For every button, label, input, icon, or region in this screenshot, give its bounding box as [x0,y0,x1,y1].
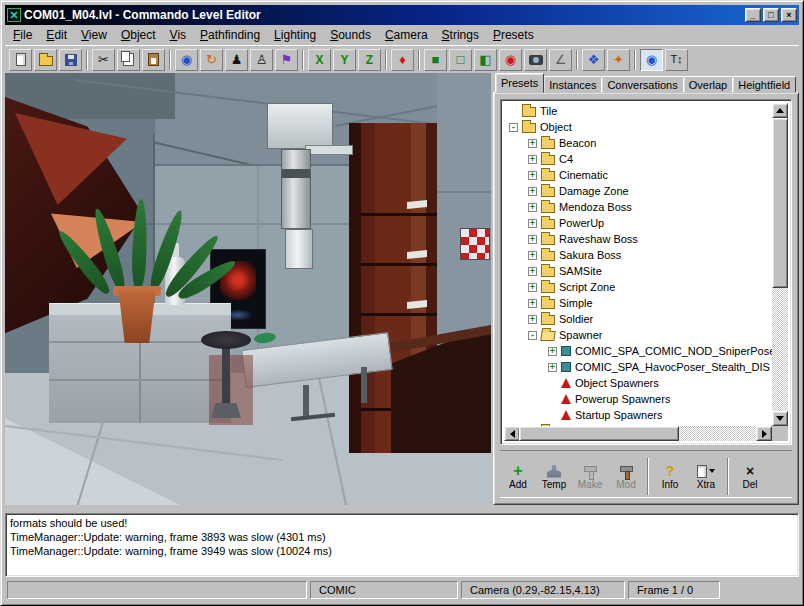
mod-button[interactable]: Mod [608,455,644,498]
tree-item-script-zone[interactable]: +Script Zone [504,279,772,295]
tree-item-simple[interactable]: +Simple [504,295,772,311]
tree-item-raveshaw-boss[interactable]: +Raveshaw Boss [504,231,772,247]
expand-toggle-icon[interactable]: + [528,251,537,260]
tree-item-sakura-boss[interactable]: +Sakura Boss [504,247,772,263]
waypoint-button[interactable]: ⚑ [275,49,298,71]
tree-item-startup-spawners[interactable]: Startup Spawners [504,407,772,423]
expand-toggle-icon[interactable]: + [528,235,537,244]
xtra-button[interactable]: Xtra [688,455,724,498]
horizontal-scrollbar[interactable] [504,426,772,441]
expand-toggle-icon[interactable]: + [528,171,537,180]
tree-item-cinematic[interactable]: +Cinematic [504,167,772,183]
tree-item-c4[interactable]: +C4 [504,151,772,167]
expand-toggle-icon[interactable]: + [528,283,537,292]
rotate-mode-button[interactable]: ↻ [200,49,223,71]
walk-mode-button[interactable]: ♟ [225,49,248,71]
expand-toggle-icon[interactable]: + [528,299,537,308]
axis-x-button[interactable]: X [308,49,331,71]
visibility-button[interactable]: ◉ [640,49,663,71]
tree-item-object-spawners[interactable]: Object Spawners [504,375,772,391]
tab-presets[interactable]: Presets [495,73,544,93]
view-mode-button[interactable]: ◉ [175,49,198,71]
expand-toggle-icon[interactable] [548,379,557,388]
open-button[interactable] [34,49,57,71]
horizontal-scroll-thumb[interactable] [519,426,679,441]
preset-tree[interactable]: Tile -Object +Beacon +C4 +Cinematic +Dam… [500,99,792,445]
info-button[interactable]: ? Info [652,455,688,498]
del-button[interactable]: × Del [732,455,768,498]
rotate-marker-button[interactable]: ♦ [391,49,414,71]
expand-toggle-icon[interactable]: + [548,363,557,372]
textured-cube-button[interactable]: ◧ [474,49,497,71]
expand-toggle-icon[interactable]: + [548,347,557,356]
expand-toggle-icon[interactable]: + [528,315,537,324]
save-button[interactable] [59,49,82,71]
menu-vis[interactable]: Vis [163,26,193,44]
axis-y-button[interactable]: Y [333,49,356,71]
maximize-button[interactable]: □ [763,8,779,22]
menu-sounds[interactable]: Sounds [323,26,378,44]
expand-toggle-icon[interactable] [548,411,557,420]
scroll-down-button[interactable] [772,411,788,426]
vertical-scrollbar[interactable] [772,103,788,426]
3d-viewport[interactable] [5,73,491,505]
expand-toggle-icon[interactable] [509,107,518,116]
character-button[interactable]: ♙ [250,49,273,71]
text-tool-button[interactable]: T↕ [665,49,688,71]
make-button[interactable]: Make [572,455,608,498]
axis-z-button[interactable]: Z [358,49,381,71]
scroll-left-button[interactable] [504,426,520,441]
target-button[interactable]: ◉ [499,49,522,71]
tree-item-beacon[interactable]: +Beacon [504,135,772,151]
expand-toggle-icon[interactable]: + [528,219,537,228]
temp-button[interactable]: Temp [536,455,572,498]
expand-toggle-icon[interactable] [548,395,557,404]
menu-view[interactable]: View [74,26,114,44]
expand-toggle-icon[interactable]: + [528,203,537,212]
menu-camera[interactable]: Camera [378,26,435,44]
tab-conversations[interactable]: Conversations [601,76,683,93]
objects-group-button[interactable]: ❖ [582,49,605,71]
expand-toggle-icon[interactable]: - [528,331,537,340]
tree-item-tile[interactable]: Tile [504,103,772,119]
menu-file[interactable]: File [6,26,39,44]
expand-toggle-icon[interactable]: + [528,267,537,276]
tree-item-object[interactable]: -Object [504,119,772,135]
menu-pathfinding[interactable]: Pathfinding [193,26,267,44]
camera-button[interactable] [524,49,547,71]
tree-item-powerup-spawners[interactable]: Powerup Spawners [504,391,772,407]
add-button[interactable]: + Add [500,455,536,498]
close-button[interactable]: × [781,8,797,22]
menu-lighting[interactable]: Lighting [267,26,323,44]
new-button[interactable] [9,49,32,71]
splitter[interactable] [5,505,799,513]
solid-cube-button[interactable]: ■ [424,49,447,71]
angle-tool-button[interactable]: ∠ [549,49,572,71]
effects-group-button[interactable]: ✦ [607,49,630,71]
tab-overlap[interactable]: Overlap [683,76,734,93]
tree-item-mendoza-boss[interactable]: +Mendoza Boss [504,199,772,215]
tab-instances[interactable]: Instances [543,76,602,93]
tree-item-spawner[interactable]: -Spawner [504,327,772,343]
tree-item-samsite[interactable]: +SAMSite [504,263,772,279]
tree-item-damage-zone[interactable]: +Damage Zone [504,183,772,199]
wire-box-button[interactable]: □ [449,49,472,71]
expand-toggle-icon[interactable]: + [528,155,537,164]
menu-strings[interactable]: Strings [435,26,486,44]
cut-button[interactable]: ✂ [92,49,115,71]
menu-object[interactable]: Object [114,26,163,44]
expand-toggle-icon[interactable]: - [509,123,518,132]
vertical-scroll-thumb[interactable] [772,118,788,288]
paste-button[interactable] [142,49,165,71]
tree-item-comic-havocposer[interactable]: +COMIC_SPA_HavocPoser_Stealth_DIS [504,359,772,375]
minimize-button[interactable]: _ [745,8,761,22]
menu-edit[interactable]: Edit [39,26,74,44]
tree-item-comic-sniperposer[interactable]: +COMIC_SPA_COMIC_NOD_SniperPoser [504,343,772,359]
copy-button[interactable] [117,49,140,71]
tree-item-powerup[interactable]: +PowerUp [504,215,772,231]
expand-toggle-icon[interactable]: + [528,139,537,148]
tab-heightfield[interactable]: Heightfield [732,76,796,93]
expand-toggle-icon[interactable]: + [528,187,537,196]
tree-item-soldier[interactable]: +Soldier [504,311,772,327]
menu-presets[interactable]: Presets [486,26,541,44]
